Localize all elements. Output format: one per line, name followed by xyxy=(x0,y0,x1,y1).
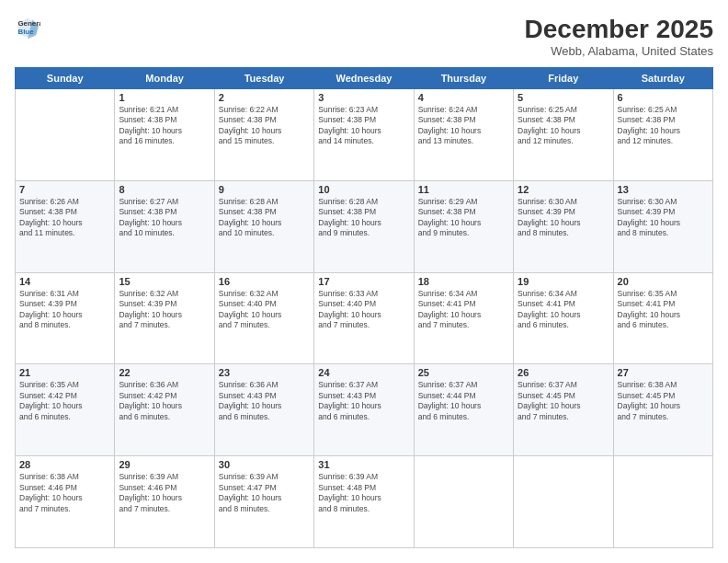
day-info: Sunrise: 6:29 AM Sunset: 4:38 PM Dayligh… xyxy=(418,197,509,239)
calendar-cell: 1Sunrise: 6:21 AM Sunset: 4:38 PM Daylig… xyxy=(115,89,214,181)
day-number: 25 xyxy=(418,367,509,378)
calendar-cell: 21Sunrise: 6:35 AM Sunset: 4:42 PM Dayli… xyxy=(16,364,115,456)
title-block: December 2025 Webb, Alabama, United Stat… xyxy=(525,15,713,58)
day-info: Sunrise: 6:25 AM Sunset: 4:38 PM Dayligh… xyxy=(518,105,609,147)
col-tuesday: Tuesday xyxy=(214,68,313,89)
day-number: 7 xyxy=(19,184,110,195)
day-info: Sunrise: 6:35 AM Sunset: 4:42 PM Dayligh… xyxy=(19,380,110,422)
calendar-week-5: 28Sunrise: 6:38 AM Sunset: 4:46 PM Dayli… xyxy=(16,456,713,548)
day-number: 17 xyxy=(318,276,409,287)
calendar-week-2: 7Sunrise: 6:26 AM Sunset: 4:38 PM Daylig… xyxy=(16,180,713,272)
calendar-cell: 29Sunrise: 6:39 AM Sunset: 4:46 PM Dayli… xyxy=(115,456,214,548)
day-info: Sunrise: 6:39 AM Sunset: 4:46 PM Dayligh… xyxy=(119,472,210,514)
calendar-cell: 5Sunrise: 6:25 AM Sunset: 4:38 PM Daylig… xyxy=(514,89,613,181)
svg-text:Blue: Blue xyxy=(18,28,35,36)
day-info: Sunrise: 6:37 AM Sunset: 4:45 PM Dayligh… xyxy=(518,380,609,422)
day-number: 5 xyxy=(518,92,609,103)
logo-icon: General Blue xyxy=(15,15,40,40)
day-info: Sunrise: 6:32 AM Sunset: 4:39 PM Dayligh… xyxy=(119,289,210,331)
calendar-cell: 30Sunrise: 6:39 AM Sunset: 4:47 PM Dayli… xyxy=(214,456,313,548)
day-number: 11 xyxy=(418,184,509,195)
day-number: 16 xyxy=(219,276,310,287)
calendar-cell: 12Sunrise: 6:30 AM Sunset: 4:39 PM Dayli… xyxy=(514,180,613,272)
day-number: 8 xyxy=(119,184,210,195)
calendar-cell: 18Sunrise: 6:34 AM Sunset: 4:41 PM Dayli… xyxy=(414,272,513,364)
day-info: Sunrise: 6:21 AM Sunset: 4:38 PM Dayligh… xyxy=(119,105,210,147)
day-number: 13 xyxy=(618,184,709,195)
day-number: 6 xyxy=(618,92,709,103)
day-number: 10 xyxy=(318,184,409,195)
calendar-cell: 31Sunrise: 6:39 AM Sunset: 4:48 PM Dayli… xyxy=(314,456,414,548)
day-number: 4 xyxy=(418,92,509,103)
svg-text:General: General xyxy=(18,19,41,28)
calendar-cell: 26Sunrise: 6:37 AM Sunset: 4:45 PM Dayli… xyxy=(514,364,613,456)
calendar-cell: 28Sunrise: 6:38 AM Sunset: 4:46 PM Dayli… xyxy=(16,456,115,548)
calendar-cell: 20Sunrise: 6:35 AM Sunset: 4:41 PM Dayli… xyxy=(613,272,712,364)
day-number: 12 xyxy=(518,184,609,195)
day-number: 18 xyxy=(418,276,509,287)
day-info: Sunrise: 6:37 AM Sunset: 4:43 PM Dayligh… xyxy=(318,380,409,422)
day-number: 27 xyxy=(618,367,709,378)
day-number: 19 xyxy=(518,276,609,287)
calendar-cell: 8Sunrise: 6:27 AM Sunset: 4:38 PM Daylig… xyxy=(115,180,214,272)
calendar-cell: 23Sunrise: 6:36 AM Sunset: 4:43 PM Dayli… xyxy=(214,364,313,456)
day-info: Sunrise: 6:35 AM Sunset: 4:41 PM Dayligh… xyxy=(618,289,709,331)
day-info: Sunrise: 6:38 AM Sunset: 4:46 PM Dayligh… xyxy=(19,472,110,514)
day-number: 14 xyxy=(19,276,110,287)
calendar-cell: 3Sunrise: 6:23 AM Sunset: 4:38 PM Daylig… xyxy=(314,89,414,181)
col-wednesday: Wednesday xyxy=(314,68,414,89)
calendar-cell: 17Sunrise: 6:33 AM Sunset: 4:40 PM Dayli… xyxy=(314,272,414,364)
day-number: 20 xyxy=(618,276,709,287)
day-info: Sunrise: 6:36 AM Sunset: 4:43 PM Dayligh… xyxy=(219,380,310,422)
day-info: Sunrise: 6:26 AM Sunset: 4:38 PM Dayligh… xyxy=(19,197,110,239)
day-info: Sunrise: 6:38 AM Sunset: 4:45 PM Dayligh… xyxy=(618,380,709,422)
day-info: Sunrise: 6:25 AM Sunset: 4:38 PM Dayligh… xyxy=(618,105,709,147)
calendar-cell: 2Sunrise: 6:22 AM Sunset: 4:38 PM Daylig… xyxy=(214,89,313,181)
day-number: 1 xyxy=(119,92,210,103)
col-friday: Friday xyxy=(514,68,613,89)
day-number: 21 xyxy=(19,367,110,378)
subtitle: Webb, Alabama, United States xyxy=(525,44,713,58)
day-info: Sunrise: 6:32 AM Sunset: 4:40 PM Dayligh… xyxy=(219,289,310,331)
calendar-cell: 15Sunrise: 6:32 AM Sunset: 4:39 PM Dayli… xyxy=(115,272,214,364)
calendar-cell: 7Sunrise: 6:26 AM Sunset: 4:38 PM Daylig… xyxy=(16,180,115,272)
day-info: Sunrise: 6:34 AM Sunset: 4:41 PM Dayligh… xyxy=(418,289,509,331)
calendar-header-row: Sunday Monday Tuesday Wednesday Thursday… xyxy=(16,68,713,89)
day-number: 28 xyxy=(19,459,110,470)
calendar-cell: 11Sunrise: 6:29 AM Sunset: 4:38 PM Dayli… xyxy=(414,180,513,272)
day-info: Sunrise: 6:28 AM Sunset: 4:38 PM Dayligh… xyxy=(318,197,409,239)
day-number: 22 xyxy=(119,367,210,378)
day-info: Sunrise: 6:28 AM Sunset: 4:38 PM Dayligh… xyxy=(219,197,310,239)
day-number: 30 xyxy=(219,459,310,470)
day-number: 9 xyxy=(219,184,310,195)
day-info: Sunrise: 6:33 AM Sunset: 4:40 PM Dayligh… xyxy=(318,289,409,331)
day-number: 24 xyxy=(318,367,409,378)
calendar-table: Sunday Monday Tuesday Wednesday Thursday… xyxy=(15,67,713,548)
day-info: Sunrise: 6:24 AM Sunset: 4:38 PM Dayligh… xyxy=(418,105,509,147)
calendar-cell xyxy=(514,456,613,548)
calendar-cell: 27Sunrise: 6:38 AM Sunset: 4:45 PM Dayli… xyxy=(613,364,712,456)
calendar-cell xyxy=(16,89,115,181)
day-number: 26 xyxy=(518,367,609,378)
day-number: 2 xyxy=(219,92,310,103)
calendar-cell: 22Sunrise: 6:36 AM Sunset: 4:42 PM Dayli… xyxy=(115,364,214,456)
day-info: Sunrise: 6:22 AM Sunset: 4:38 PM Dayligh… xyxy=(219,105,310,147)
day-info: Sunrise: 6:39 AM Sunset: 4:48 PM Dayligh… xyxy=(318,472,409,514)
calendar-cell: 10Sunrise: 6:28 AM Sunset: 4:38 PM Dayli… xyxy=(314,180,414,272)
calendar-cell: 13Sunrise: 6:30 AM Sunset: 4:39 PM Dayli… xyxy=(613,180,712,272)
calendar-cell: 19Sunrise: 6:34 AM Sunset: 4:41 PM Dayli… xyxy=(514,272,613,364)
day-info: Sunrise: 6:30 AM Sunset: 4:39 PM Dayligh… xyxy=(618,197,709,239)
calendar-cell: 4Sunrise: 6:24 AM Sunset: 4:38 PM Daylig… xyxy=(414,89,513,181)
day-info: Sunrise: 6:36 AM Sunset: 4:42 PM Dayligh… xyxy=(119,380,210,422)
calendar-week-1: 1Sunrise: 6:21 AM Sunset: 4:38 PM Daylig… xyxy=(16,89,713,181)
header: General Blue December 2025 Webb, Alabama… xyxy=(15,15,713,58)
day-info: Sunrise: 6:31 AM Sunset: 4:39 PM Dayligh… xyxy=(19,289,110,331)
col-thursday: Thursday xyxy=(414,68,513,89)
calendar-cell: 6Sunrise: 6:25 AM Sunset: 4:38 PM Daylig… xyxy=(613,89,712,181)
day-info: Sunrise: 6:27 AM Sunset: 4:38 PM Dayligh… xyxy=(119,197,210,239)
main-title: December 2025 xyxy=(525,15,713,44)
calendar-week-3: 14Sunrise: 6:31 AM Sunset: 4:39 PM Dayli… xyxy=(16,272,713,364)
day-info: Sunrise: 6:23 AM Sunset: 4:38 PM Dayligh… xyxy=(318,105,409,147)
day-number: 3 xyxy=(318,92,409,103)
calendar-cell: 25Sunrise: 6:37 AM Sunset: 4:44 PM Dayli… xyxy=(414,364,513,456)
